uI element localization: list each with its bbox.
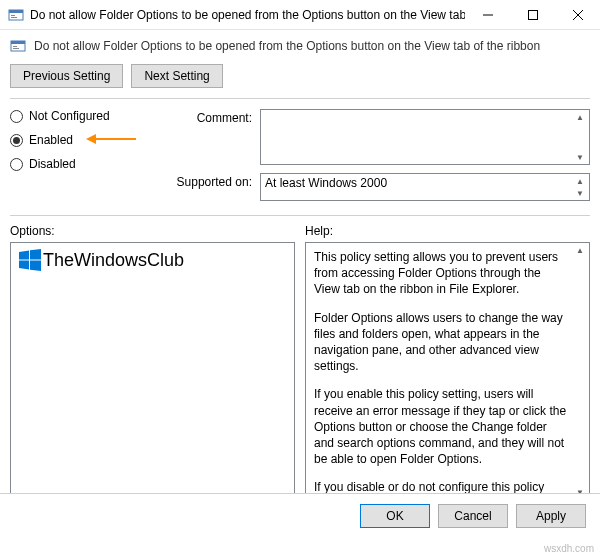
comment-input[interactable]: ▲ ▼ [260,109,590,165]
help-column: Help: This policy setting allows you to … [305,224,590,500]
subtitle-row: Do not allow Folder Options to be opened… [0,30,600,60]
svg-rect-1 [9,10,23,13]
scroll-up-icon[interactable]: ▲ [572,244,588,256]
radio-icon [10,158,23,171]
dialog-footer: OK Cancel Apply [0,493,600,538]
page-watermark: wsxdh.com [544,543,594,554]
svg-marker-14 [19,251,29,260]
policy-title: Do not allow Folder Options to be opened… [34,39,540,53]
svg-rect-2 [11,15,15,16]
scroll-up-icon[interactable]: ▲ [572,175,588,187]
options-column: Options: TheWindowsClub [10,224,295,500]
radio-label: Enabled [29,133,73,147]
radio-icon [10,110,23,123]
comment-label: Comment: [170,109,260,125]
ok-button[interactable]: OK [360,504,430,528]
comment-area: Comment: ▲ ▼ Supported on: At least Wind… [170,109,590,209]
window-controls [465,0,600,30]
options-panel: TheWindowsClub [10,242,295,500]
svg-rect-5 [528,10,537,19]
cancel-button[interactable]: Cancel [438,504,508,528]
radio-disabled[interactable]: Disabled [10,157,150,171]
scroll-down-icon[interactable]: ▼ [572,187,588,199]
radio-icon [10,134,23,147]
minimize-button[interactable] [465,0,510,30]
supported-on-label: Supported on: [170,173,260,189]
help-paragraph: Folder Options allows users to change th… [314,310,581,375]
close-button[interactable] [555,0,600,30]
options-label: Options: [10,224,295,238]
next-setting-button[interactable]: Next Setting [131,64,222,88]
svg-marker-16 [19,261,29,270]
titlebar: Do not allow Folder Options to be opened… [0,0,600,30]
help-content: This policy setting allows you to preven… [314,249,581,500]
svg-marker-17 [30,261,41,272]
svg-rect-9 [11,41,25,44]
radio-label: Not Configured [29,109,110,123]
radio-label: Disabled [29,157,76,171]
nav-buttons: Previous Setting Next Setting [0,60,600,98]
app-icon [8,7,24,23]
help-paragraph: If you enable this policy setting, users… [314,386,581,467]
svg-marker-15 [30,249,41,260]
policy-icon [10,38,26,54]
window-title: Do not allow Folder Options to be opened… [30,8,465,22]
svg-rect-11 [13,48,19,49]
windows-logo-icon [19,249,41,271]
svg-rect-10 [13,46,17,47]
help-label: Help: [305,224,590,238]
scroll-up-icon[interactable]: ▲ [572,111,588,123]
help-panel[interactable]: This policy setting allows you to preven… [305,242,590,500]
radio-not-configured[interactable]: Not Configured [10,109,150,123]
watermark-text: TheWindowsClub [43,250,184,271]
supported-on-value: At least Windows 2000 [265,176,387,190]
maximize-button[interactable] [510,0,555,30]
radio-enabled[interactable]: Enabled [10,133,150,147]
svg-rect-3 [11,17,17,18]
config-section: Not Configured Enabled Disabled Comment:… [0,99,600,215]
supported-on-box: At least Windows 2000 ▲ ▼ [260,173,590,201]
previous-setting-button[interactable]: Previous Setting [10,64,123,88]
lower-section: Options: TheWindowsClub Help: This polic… [0,216,600,508]
options-watermark: TheWindowsClub [19,249,286,271]
help-paragraph: This policy setting allows you to preven… [314,249,581,298]
state-radio-group: Not Configured Enabled Disabled [10,109,150,209]
scroll-down-icon[interactable]: ▼ [572,151,588,163]
apply-button[interactable]: Apply [516,504,586,528]
